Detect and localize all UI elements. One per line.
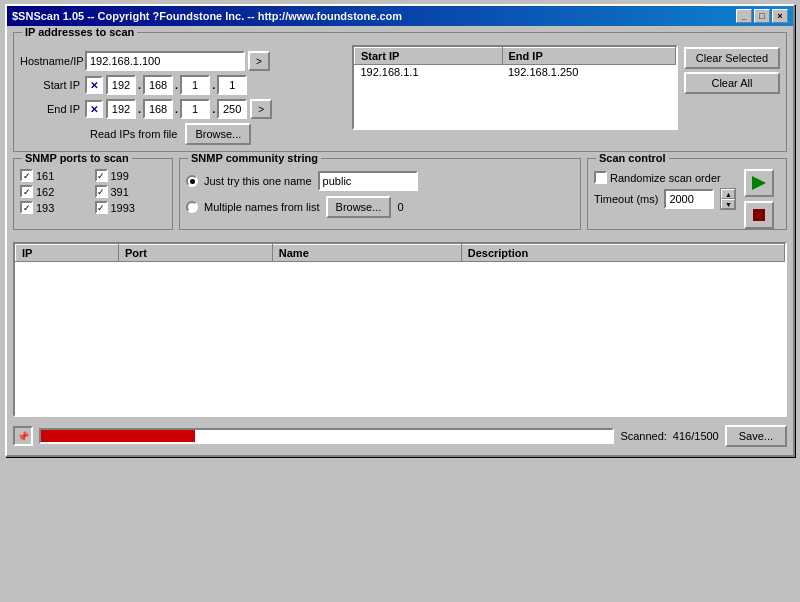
col-description: Description	[461, 245, 784, 262]
start-ip-row: Start IP ✕ . . .	[20, 75, 346, 95]
community-radio2[interactable]	[186, 201, 198, 213]
hostname-label: Hostname/IP	[20, 55, 85, 67]
ip-form-left: Hostname/IP > Start IP ✕ . .	[20, 45, 346, 145]
status-bar: 📌 Scanned: 416/1500 Save...	[13, 423, 787, 449]
randomize-checkbox[interactable]	[594, 171, 607, 184]
read-ips-label: Read IPs from file	[90, 128, 177, 140]
randomize-label: Randomize scan order	[610, 172, 721, 184]
ip-table-row[interactable]: 192.168.1.1 192.168.1.250	[354, 65, 675, 80]
timeout-down-button[interactable]: ▼	[721, 199, 735, 209]
maximize-button[interactable]: □	[754, 9, 770, 23]
stop-button[interactable]	[744, 201, 774, 229]
play-button[interactable]	[744, 169, 774, 197]
timeout-row: Timeout (ms) ▲ ▼	[594, 188, 740, 210]
port-161-label: 161	[36, 170, 54, 182]
port-1993-label: 1993	[111, 202, 135, 214]
start-ip-2[interactable]	[143, 75, 173, 95]
close-button[interactable]: ×	[772, 9, 788, 23]
col-ip: IP	[16, 245, 119, 262]
main-window: $SNScan 1.05 -- Copyright ?Foundstone In…	[5, 4, 795, 457]
ip-list-container: Start IP End IP 192.168.1.1 192.168.1.25…	[352, 45, 678, 145]
port-1993-item: 1993	[95, 201, 167, 214]
ip-table-end-header: End IP	[502, 48, 675, 65]
port-193-item: 193	[20, 201, 92, 214]
scan-action-buttons	[744, 169, 774, 229]
ip-addresses-group: IP addresses to scan Hostname/IP > Start…	[13, 32, 787, 152]
snmp-ports-title: SNMP ports to scan	[22, 152, 132, 164]
port-162-item: 162	[20, 185, 92, 198]
end-ip-2[interactable]	[143, 99, 173, 119]
hostname-arrow-button[interactable]: >	[248, 51, 270, 71]
port-1993-checkbox[interactable]	[95, 201, 108, 214]
read-ips-browse-button[interactable]: Browse...	[185, 123, 251, 145]
play-icon	[752, 176, 766, 190]
scan-control-content: Randomize scan order Timeout (ms) ▲ ▼	[594, 163, 780, 210]
clear-all-button[interactable]: Clear All	[684, 72, 780, 94]
minimize-button[interactable]: _	[736, 9, 752, 23]
community-radio1[interactable]	[186, 175, 198, 187]
port-161-item: 161	[20, 169, 92, 182]
stop-icon	[753, 209, 765, 221]
save-button[interactable]: Save...	[725, 425, 787, 447]
community-browse-button[interactable]: Browse...	[326, 196, 392, 218]
port-193-checkbox[interactable]	[20, 201, 33, 214]
timeout-input[interactable]	[664, 189, 714, 209]
title-bar-buttons: _ □ ×	[736, 9, 788, 23]
ip-start-cell: 192.168.1.1	[354, 65, 502, 80]
start-ip-clear-button[interactable]: ✕	[85, 76, 103, 94]
ip-right-buttons: Clear Selected Clear All	[684, 45, 780, 145]
col-name: Name	[272, 245, 461, 262]
middle-section: SNMP ports to scan 161 199 162	[13, 158, 787, 236]
results-section: IP Port Name Description	[13, 242, 787, 417]
start-ip-parts: . . .	[106, 75, 247, 95]
port-391-item: 391	[95, 185, 167, 198]
community-content: Just try this one name Multiple names fr…	[186, 163, 574, 218]
end-ip-1[interactable]	[106, 99, 136, 119]
progress-bar-fill	[41, 430, 195, 442]
start-ip-4[interactable]	[217, 75, 247, 95]
col-port: Port	[118, 245, 272, 262]
start-ip-3[interactable]	[180, 75, 210, 95]
ip-table-start-header: Start IP	[354, 48, 502, 65]
end-ip-3[interactable]	[180, 99, 210, 119]
port-199-label: 199	[111, 170, 129, 182]
snmp-ports-checkboxes: 161 199 162 391	[20, 163, 166, 214]
window-body: IP addresses to scan Hostname/IP > Start…	[7, 26, 793, 455]
end-ip-label: End IP	[20, 103, 85, 115]
community-radio2-label: Multiple names from list	[204, 201, 320, 213]
community-count: 0	[397, 201, 403, 213]
community-radio2-row: Multiple names from list Browse... 0	[186, 196, 574, 218]
community-radio1-row: Just try this one name	[186, 171, 574, 191]
community-name-input[interactable]	[318, 171, 418, 191]
timeout-up-button[interactable]: ▲	[721, 189, 735, 199]
port-161-checkbox[interactable]	[20, 169, 33, 182]
scanned-value: 416/1500	[673, 430, 719, 442]
window-title: $SNScan 1.05 -- Copyright ?Foundstone In…	[12, 10, 402, 22]
port-162-checkbox[interactable]	[20, 185, 33, 198]
end-ip-parts: . . .	[106, 99, 247, 119]
ip-table-body: 192.168.1.1 192.168.1.250	[354, 65, 675, 80]
title-bar: $SNScan 1.05 -- Copyright ?Foundstone In…	[7, 6, 793, 26]
snmp-community-title: SNMP community string	[188, 152, 321, 164]
scanned-label: Scanned:	[620, 430, 666, 442]
community-radio1-label: Just try this one name	[204, 175, 312, 187]
ip-section: Hostname/IP > Start IP ✕ . .	[20, 37, 780, 145]
ip-end-cell: 192.168.1.250	[502, 65, 675, 80]
end-ip-arrow-button[interactable]: >	[250, 99, 272, 119]
ip-table: Start IP End IP 192.168.1.1 192.168.1.25…	[354, 47, 676, 79]
start-ip-1[interactable]	[106, 75, 136, 95]
read-ips-row: Read IPs from file Browse...	[20, 123, 346, 145]
pin-icon[interactable]: 📌	[13, 426, 33, 446]
ip-group-title: IP addresses to scan	[22, 26, 137, 38]
hostname-input[interactable]	[85, 51, 245, 71]
port-391-checkbox[interactable]	[95, 185, 108, 198]
start-ip-label: Start IP	[20, 79, 85, 91]
end-ip-4[interactable]	[217, 99, 247, 119]
clear-selected-button[interactable]: Clear Selected	[684, 47, 780, 69]
port-199-checkbox[interactable]	[95, 169, 108, 182]
end-ip-clear-button[interactable]: ✕	[85, 100, 103, 118]
results-table: IP Port Name Description	[15, 244, 785, 262]
randomize-row: Randomize scan order	[594, 171, 740, 184]
snmp-community-group: SNMP community string Just try this one …	[179, 158, 581, 230]
snmp-ports-group: SNMP ports to scan 161 199 162	[13, 158, 173, 230]
